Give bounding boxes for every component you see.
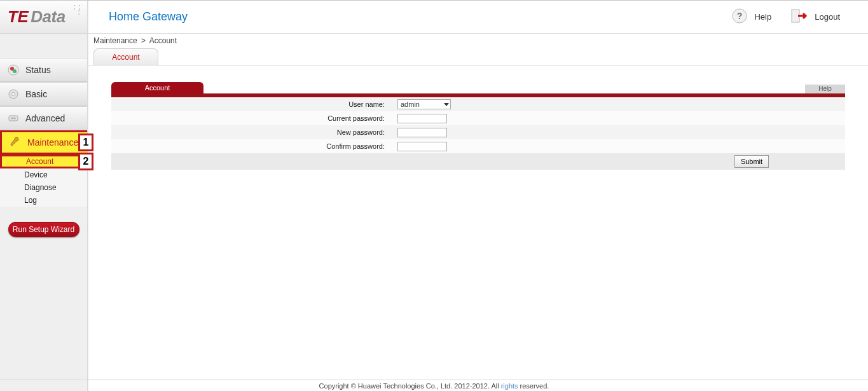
subtab-row: Account xyxy=(88,46,868,65)
advanced-icon xyxy=(6,111,20,125)
wrench-icon xyxy=(8,135,22,149)
logo-part1: TE xyxy=(8,7,28,27)
submit-label: Submit xyxy=(741,158,762,165)
nav-item-maintenance[interactable]: Maintenance xyxy=(0,130,87,154)
submit-button[interactable]: Submit xyxy=(734,155,769,168)
header: Home Gateway ? Help Logout xyxy=(88,1,868,34)
page-title: Home Gateway xyxy=(109,10,188,24)
logo-dots: :: : xyxy=(73,4,83,15)
sub-item-label: Log xyxy=(24,194,37,207)
section-tabs: Account Help xyxy=(111,81,845,93)
help-label: Help xyxy=(754,12,771,22)
logout-label: Logout xyxy=(815,12,840,22)
current-password-label: Current password: xyxy=(111,111,391,125)
current-password-field[interactable] xyxy=(397,114,447,123)
nav-item-basic[interactable]: Basic xyxy=(0,82,87,106)
sub-item-device[interactable]: Device xyxy=(0,168,87,181)
breadcrumb-a: Maintenance xyxy=(93,36,137,45)
footer-post: reserved. xyxy=(520,382,549,390)
svg-point-4 xyxy=(12,93,15,96)
content: Account Help User name: admin Current xyxy=(88,65,868,174)
svg-text:?: ? xyxy=(737,11,743,21)
status-icon xyxy=(6,63,20,77)
nav-item-status[interactable]: Status xyxy=(0,58,87,82)
sub-item-diagnose[interactable]: Diagnose xyxy=(0,181,87,194)
username-label: User name: xyxy=(111,97,391,111)
sub-item-log[interactable]: Log xyxy=(0,194,87,207)
help-button[interactable]: ? Help xyxy=(731,8,771,26)
section-help-button[interactable]: Help xyxy=(805,85,845,93)
username-select[interactable]: admin xyxy=(397,99,451,109)
main: Home Gateway ? Help Logout Maintenance xyxy=(88,1,868,391)
logo-part2: Data xyxy=(31,7,65,27)
account-form: User name: admin Current password: New p… xyxy=(111,97,845,153)
annotation-step-2: 2 xyxy=(78,153,93,170)
nav-item-advanced[interactable]: Advanced xyxy=(0,106,87,130)
logout-button[interactable]: Logout xyxy=(790,8,840,26)
svg-point-2 xyxy=(13,69,17,73)
sub-item-label: Diagnose xyxy=(24,181,57,194)
subnav: Account 2 Device Diagnose Log xyxy=(0,154,87,207)
nav-label: Advanced xyxy=(25,113,65,123)
username-value: admin xyxy=(401,100,420,108)
sub-item-label: Account xyxy=(26,156,53,167)
svg-rect-5 xyxy=(9,116,18,121)
logo: TE Data :: : xyxy=(0,1,87,34)
submit-row: Submit xyxy=(111,153,845,170)
section-tab-account: Account xyxy=(111,82,203,93)
sub-item-label: Device xyxy=(24,168,48,181)
section-tab-label: Account xyxy=(145,84,170,92)
confirm-password-label: Confirm password: xyxy=(111,139,391,153)
wizard-label: Run Setup Wizard xyxy=(13,225,74,234)
nav: Status Basic Advanced Maintena xyxy=(0,34,87,207)
new-password-field[interactable] xyxy=(397,128,447,137)
row-current-password: Current password: xyxy=(111,111,845,125)
chevron-down-icon xyxy=(444,103,449,106)
footer-rights: rights xyxy=(501,382,518,390)
svg-point-7 xyxy=(13,117,15,119)
help-icon: ? xyxy=(731,8,748,26)
nav-label: Maintenance xyxy=(27,137,78,147)
section-help-label: Help xyxy=(818,85,832,92)
svg-point-6 xyxy=(11,117,13,119)
row-username: User name: admin xyxy=(111,97,845,111)
header-actions: ? Help Logout xyxy=(731,8,840,26)
row-confirm-password: Confirm password: xyxy=(111,139,845,153)
footer: Copyright © Huawei Technologies Co., Ltd… xyxy=(0,380,868,391)
confirm-password-field[interactable] xyxy=(397,142,447,151)
nav-label: Basic xyxy=(25,89,47,99)
nav-label: Status xyxy=(25,65,51,75)
breadcrumb-sep: > xyxy=(141,36,146,45)
run-setup-wizard-button[interactable]: Run Setup Wizard xyxy=(8,222,79,237)
annotation-step-1: 1 xyxy=(78,134,93,151)
subtab-account[interactable]: Account xyxy=(93,48,158,65)
breadcrumb: Maintenance > Account xyxy=(88,34,868,46)
row-new-password: New password: xyxy=(111,125,845,139)
subtab-label: Account xyxy=(112,53,139,62)
logout-icon xyxy=(790,8,808,26)
sub-item-account[interactable]: Account xyxy=(0,154,87,168)
footer-pre: Copyright © Huawei Technologies Co., Ltd… xyxy=(319,382,499,390)
gear-icon xyxy=(6,87,20,101)
sidebar: TE Data :: : Status Basic Advan xyxy=(0,1,88,391)
new-password-label: New password: xyxy=(111,125,391,139)
breadcrumb-b: Account xyxy=(149,36,177,45)
